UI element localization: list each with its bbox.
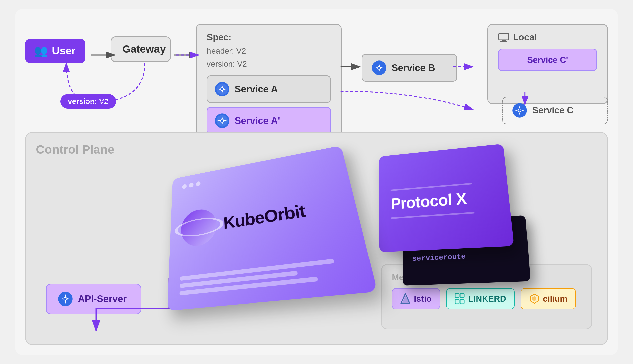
- service-c-label: Service C: [532, 105, 573, 116]
- main-container: 👥 User Gateway Spec: header: V2version: …: [15, 9, 618, 355]
- local-label: Local: [513, 32, 537, 43]
- api-server-label: API-Server: [78, 294, 127, 305]
- k8s-icon-c: [512, 103, 527, 118]
- k8s-icon-api: [58, 291, 73, 307]
- dot-2: [189, 183, 194, 188]
- provider-linkerd: LINKERD: [446, 288, 515, 309]
- provider-cilium-label: cilium: [543, 294, 567, 304]
- dot-3: [196, 181, 200, 187]
- svg-rect-13: [500, 41, 507, 42]
- svg-rect-31: [455, 294, 459, 298]
- kubeorbit-text: KubeOrbit: [223, 201, 307, 233]
- service-a-label: Service A: [235, 84, 278, 95]
- service-a-prime-box: Service A': [207, 107, 331, 135]
- k8s-icon-a-prime: [215, 113, 230, 128]
- cilium-icon: [529, 293, 539, 304]
- service-c-box: Service C: [502, 97, 608, 124]
- svg-point-10: [378, 67, 380, 69]
- monitor-icon: [498, 33, 509, 42]
- local-box: Local Service C': [487, 24, 608, 104]
- user-label: User: [52, 45, 75, 57]
- service-a-prime-label: Service A': [235, 115, 280, 126]
- svg-point-27: [64, 298, 67, 300]
- service-b-box: Service B: [362, 54, 457, 82]
- protocol-card: Protocol X: [379, 144, 514, 252]
- service-c-prime-label: Service C': [527, 55, 568, 65]
- provider-cilium: cilium: [521, 288, 576, 309]
- svg-rect-34: [460, 300, 464, 304]
- user-node: 👥 User: [25, 39, 85, 63]
- service-b-label: Service B: [392, 63, 435, 73]
- svg-point-7: [221, 120, 223, 122]
- svg-marker-36: [532, 296, 536, 301]
- spec-detail: header: V2version: V2: [207, 45, 331, 70]
- linkerd-icon: [455, 293, 465, 304]
- api-server-box: API-Server: [46, 284, 141, 314]
- service-c-prime-box: Service C': [498, 49, 597, 71]
- gateway-label: Gateway: [122, 43, 166, 55]
- gateway-node: Gateway: [111, 36, 171, 62]
- svg-point-3: [221, 88, 223, 91]
- svg-rect-33: [455, 300, 459, 304]
- service-a-box: Service A: [207, 75, 331, 103]
- spec-box: Spec: header: V2version: V2 Service A: [196, 24, 342, 143]
- svg-point-16: [518, 109, 521, 112]
- protocol-line-2: [391, 212, 474, 219]
- provider-istio-label: Istio: [414, 294, 432, 304]
- dot-1: [182, 184, 187, 189]
- istio-icon: [400, 293, 410, 304]
- version-label: version: V2: [60, 94, 116, 109]
- top-section: 👥 User Gateway Spec: header: V2version: …: [25, 19, 608, 124]
- svg-rect-32: [460, 294, 464, 298]
- kubeorbit-ring: [174, 215, 224, 239]
- local-header: Local: [498, 32, 597, 43]
- svg-rect-12: [502, 40, 506, 41]
- protocol-text: Protocol X: [391, 190, 467, 213]
- kubeorbit-planet: [181, 207, 217, 248]
- k8s-icon-a: [215, 82, 230, 97]
- kubeorbit-card: KubeOrbit: [167, 146, 378, 311]
- svg-rect-11: [499, 33, 509, 40]
- provider-linkerd-label: LINKERD: [468, 294, 506, 304]
- control-plane-box: Control Plane API-Server: [25, 132, 608, 345]
- mesh-providers-row: Istio LINKERD: [392, 288, 581, 309]
- spec-title: Spec:: [207, 32, 331, 43]
- user-icon: 👥: [34, 44, 48, 57]
- k8s-icon-b: [372, 60, 387, 75]
- provider-istio: Istio: [392, 288, 440, 309]
